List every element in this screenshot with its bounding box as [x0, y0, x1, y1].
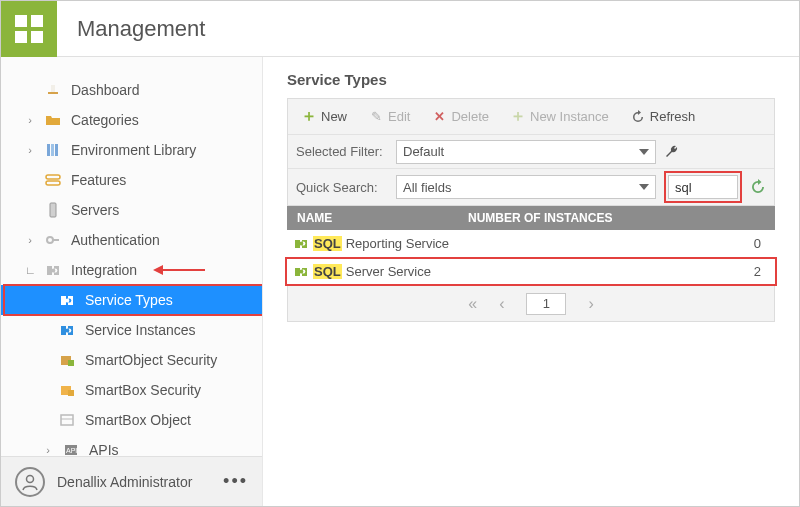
app-header: Management	[1, 1, 799, 57]
refresh-button[interactable]: Refresh	[625, 105, 702, 128]
svg-rect-5	[46, 175, 60, 179]
configure-filter-button[interactable]	[664, 144, 680, 160]
column-instances[interactable]: NUMBER OF INSTANCES	[462, 211, 775, 225]
column-name[interactable]: NAME	[287, 211, 462, 225]
sidebar-item-smartbox-security[interactable]: SmartBox Security	[1, 375, 262, 405]
svg-text:API: API	[66, 447, 77, 454]
chevron-right-icon: ›	[25, 144, 35, 156]
row-count: 2	[633, 264, 775, 279]
sidebar-item-label: Dashboard	[71, 82, 140, 98]
sidebar-item-label: Categories	[71, 112, 139, 128]
puzzle-icon	[293, 236, 309, 252]
sidebar-item-label: Integration	[71, 262, 137, 278]
dropdown-value: Default	[403, 144, 444, 159]
svg-rect-16	[61, 415, 73, 425]
sidebar-item-smartbox-object[interactable]: SmartBox Object	[1, 405, 262, 435]
sidebar-item-service-instances[interactable]: Service Instances	[1, 315, 262, 345]
chevron-right-icon: ›	[43, 444, 53, 456]
app-logo[interactable]	[1, 1, 57, 57]
box-lock-icon	[59, 352, 75, 368]
user-bar: Denallix Administrator •••	[1, 456, 262, 506]
grid-icon	[15, 15, 43, 43]
content-pane: Service Types ＋ New ✎ Edit ✕ Delete	[263, 57, 799, 506]
svg-rect-0	[48, 92, 58, 94]
row-rest: Server Service	[346, 264, 431, 279]
chevron-down-icon: ∟	[25, 264, 35, 276]
next-page-button[interactable]: ›	[588, 295, 593, 313]
plus-icon: ＋	[511, 110, 525, 124]
sidebar-item-integration[interactable]: ∟ Integration	[1, 255, 262, 285]
arrow-annotation	[153, 264, 207, 276]
features-icon	[45, 172, 61, 188]
app-title: Management	[77, 16, 205, 42]
puzzle-icon	[59, 292, 75, 308]
search-highlight-box	[664, 171, 742, 203]
svg-rect-9	[52, 239, 59, 241]
svg-marker-11	[153, 265, 163, 275]
sidebar-item-dashboard[interactable]: Dashboard	[1, 75, 262, 105]
sidebar-item-authentication[interactable]: › Authentication	[1, 225, 262, 255]
puzzle-blue-icon	[59, 322, 75, 338]
quick-search-label: Quick Search:	[296, 180, 388, 195]
selected-filter-dropdown[interactable]: Default	[396, 140, 656, 164]
sidebar-item-apis[interactable]: › API APIs	[1, 435, 262, 456]
server-icon	[45, 202, 61, 218]
new-instance-button[interactable]: ＋ New Instance	[505, 105, 615, 128]
sidebar-item-categories[interactable]: › Categories	[1, 105, 262, 135]
sidebar-item-features[interactable]: Features	[1, 165, 262, 195]
pencil-icon: ✎	[369, 110, 383, 124]
user-name: Denallix Administrator	[57, 474, 211, 490]
avatar-icon[interactable]	[15, 467, 45, 497]
table-row[interactable]: SQL Server Service 2	[287, 258, 775, 286]
first-page-button[interactable]: «	[468, 295, 477, 313]
chevron-right-icon: ›	[25, 234, 35, 246]
nav-tree: Dashboard › Categories › Environment Lib…	[1, 57, 262, 456]
quick-search-input[interactable]	[668, 175, 738, 199]
svg-rect-15	[68, 390, 74, 396]
highlighted-term: SQL	[313, 264, 342, 279]
box-lock2-icon	[59, 382, 75, 398]
toolbar-container: ＋ New ✎ Edit ✕ Delete ＋ New Instance	[287, 98, 775, 206]
sidebar-item-label: Service Types	[85, 292, 173, 308]
sidebar-item-service-types[interactable]: Service Types	[1, 285, 262, 315]
page-title: Service Types	[263, 57, 799, 98]
sidebar-item-label: Environment Library	[71, 142, 196, 158]
new-button[interactable]: ＋ New	[296, 105, 353, 128]
folder-icon	[45, 112, 61, 128]
svg-rect-2	[47, 144, 50, 156]
sidebar-item-label: SmartBox Security	[85, 382, 201, 398]
sidebar-item-label: Servers	[71, 202, 119, 218]
button-label: Edit	[388, 109, 410, 124]
sidebar-item-servers[interactable]: Servers	[1, 195, 262, 225]
sidebar: Dashboard › Categories › Environment Lib…	[1, 57, 263, 506]
library-icon	[45, 142, 61, 158]
sidebar-item-environment-library[interactable]: › Environment Library	[1, 135, 262, 165]
filter-label: Selected Filter:	[296, 144, 388, 159]
sidebar-item-label: SmartObject Security	[85, 352, 217, 368]
page-number-input[interactable]	[526, 293, 566, 315]
prev-page-button[interactable]: ‹	[499, 295, 504, 313]
key-icon	[45, 232, 61, 248]
button-label: Delete	[451, 109, 489, 124]
dashboard-icon	[45, 82, 61, 98]
sidebar-item-smartobject-security[interactable]: SmartObject Security	[1, 345, 262, 375]
chevron-right-icon: ›	[25, 114, 35, 126]
search-refresh-button[interactable]	[750, 179, 766, 195]
quick-search-field-dropdown[interactable]: All fields	[396, 175, 656, 199]
svg-rect-3	[51, 144, 54, 156]
svg-rect-6	[46, 181, 60, 185]
table-body: SQL Reporting Service 0 SQL Server Servi…	[287, 230, 775, 286]
delete-button[interactable]: ✕ Delete	[426, 105, 495, 128]
more-menu-button[interactable]: •••	[223, 471, 248, 492]
table-row[interactable]: SQL Reporting Service 0	[287, 230, 775, 258]
row-rest: Reporting Service	[346, 236, 449, 251]
dropdown-value: All fields	[403, 180, 451, 195]
svg-point-20	[27, 475, 34, 482]
svg-rect-4	[55, 144, 58, 156]
api-icon: API	[63, 442, 79, 456]
edit-button[interactable]: ✎ Edit	[363, 105, 416, 128]
box-icon	[59, 412, 75, 428]
sidebar-item-label: APIs	[89, 442, 119, 456]
button-label: Refresh	[650, 109, 696, 124]
row-name: SQL Reporting Service	[313, 236, 633, 251]
